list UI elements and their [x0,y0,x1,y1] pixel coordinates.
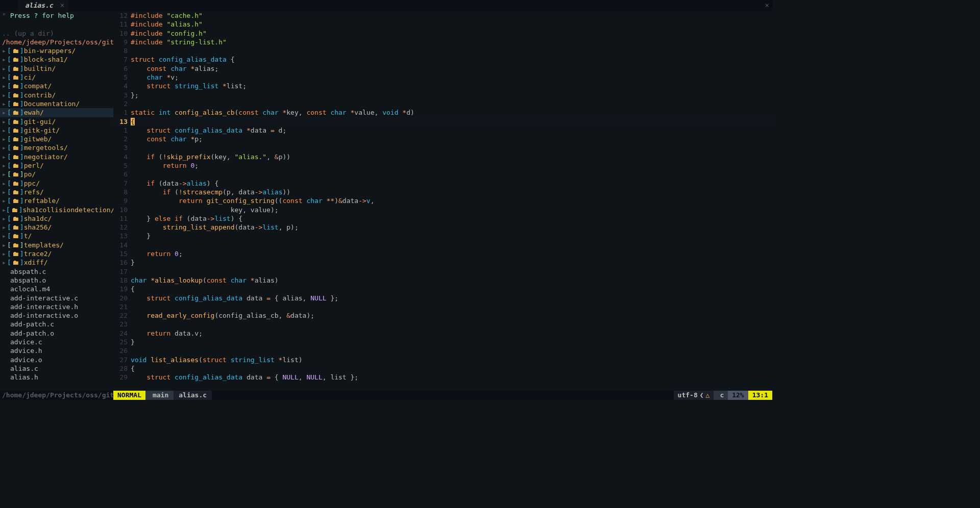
code-line[interactable]: 8 if (!strcasecmp(p, data->alias)) [113,188,772,196]
expand-arrow-icon[interactable]: ▸ [2,223,7,232]
tree-folder[interactable]: ▸ [ 🖿 ]gitweb/ [0,135,113,143]
tree-folder[interactable]: ▸ [ 🖿 ]ewah/ [0,108,113,117]
code-line[interactable]: 6 [113,170,772,179]
expand-arrow-icon[interactable]: ▸ [2,73,7,82]
expand-arrow-icon[interactable]: ▸ [2,206,6,214]
code-line[interactable]: 5 return 0; [113,161,772,170]
code-line[interactable]: 23 [113,320,772,328]
code-line[interactable]: 7struct config_alias_data { [113,55,772,64]
tree-folder[interactable]: ▸ [ 🖿 ]gitk-git/ [0,126,113,135]
expand-arrow-icon[interactable]: ▸ [2,196,7,205]
tree-folder[interactable]: ▸ [ 🖿 ]block-sha1/ [0,55,113,64]
code-line[interactable]: 11 } else if (data->list) { [113,214,772,223]
code-line[interactable]: 25} [113,338,772,346]
code-line[interactable]: 17 [113,267,772,276]
expand-arrow-icon[interactable]: ▸ [2,82,7,90]
code-line[interactable]: 16} [113,258,772,267]
code-line[interactable]: 12#include "cache.h" [113,11,772,20]
code-editor[interactable]: 12#include "cache.h"11#include "alias.h"… [113,11,772,391]
code-line[interactable]: 8 [113,46,772,55]
expand-arrow-icon[interactable]: ▸ [2,108,7,117]
tab-close-icon[interactable]: × [60,1,64,10]
code-line[interactable]: 15 return 0; [113,249,772,258]
tree-file[interactable]: add-patch.c [0,320,113,328]
code-line[interactable]: 1 struct config_alias_data *data = d; [113,126,772,135]
expand-arrow-icon[interactable]: ▸ [2,188,7,196]
code-line[interactable]: 19{ [113,285,772,293]
code-line[interactable]: 27void list_aliases(struct string_list *… [113,355,772,364]
tree-folder[interactable]: ▸ [ 🖿 ]builtin/ [0,64,113,73]
code-line[interactable]: 1static int config_alias_cb(const char *… [113,108,772,117]
tree-folder[interactable]: ▸ [ 🖿 ]po/ [0,170,113,179]
tab-current[interactable]: alias.c × [18,0,68,11]
tree-file[interactable]: aclocal.m4 [0,285,113,293]
expand-arrow-icon[interactable]: ▸ [2,46,7,55]
code-line[interactable]: 2 const char *p; [113,135,772,143]
tree-folder[interactable]: ▸ [ 🖿 ]sha1dc/ [0,214,113,223]
code-line[interactable]: 4 if (!skip_prefix(key, "alias.", &p)) [113,153,772,161]
expand-arrow-icon[interactable]: ▸ [2,170,7,179]
tree-file[interactable]: advice.h [0,346,113,355]
tree-file[interactable]: alias.c [0,364,113,373]
tree-folder[interactable]: ▸ [ 🖿 ]ppc/ [0,179,113,188]
code-line[interactable]: 26 [113,346,772,355]
tree-file[interactable]: advice.o [0,355,113,364]
code-line[interactable]: 9 return git_config_string((const char *… [113,196,772,205]
code-line[interactable]: 10 key, value); [113,206,772,214]
tree-file[interactable]: add-interactive.c [0,294,113,302]
expand-arrow-icon[interactable]: ▸ [2,99,7,108]
up-directory[interactable]: .. (up a dir) [0,29,113,38]
code-line[interactable]: 11#include "alias.h" [113,20,772,29]
code-line[interactable]: 9#include "string-list.h" [113,38,772,46]
expand-arrow-icon[interactable]: ▸ [2,153,7,161]
code-line[interactable]: 3 [113,143,772,152]
tree-folder[interactable]: ▸ [ 🖿 ]trace2/ [0,249,113,258]
code-line[interactable]: 21 [113,302,772,311]
expand-arrow-icon[interactable]: ▸ [2,91,7,99]
code-line[interactable]: 5 char *v; [113,73,772,82]
code-line[interactable]: 29 struct config_alias_data data = { NUL… [113,373,772,382]
expand-arrow-icon[interactable]: ▸ [2,64,7,73]
tree-folder[interactable]: ▸ [ 🖿 ]sha256/ [0,223,113,232]
expand-arrow-icon[interactable]: ▸ [2,249,7,258]
tree-folder[interactable]: ▸ [ 🖿 ]ci/ [0,73,113,82]
code-line[interactable]: 6 const char *alias; [113,64,772,73]
expand-arrow-icon[interactable]: ▸ [2,241,7,249]
tree-folder[interactable]: ▸ [ 🖿 ]reftable/ [0,196,113,205]
tree-folder[interactable]: ▸ [ 🖿 ]compat/ [0,82,113,90]
expand-arrow-icon[interactable]: ▸ [2,143,7,152]
tree-folder[interactable]: ▸ [ 🖿 ]sha1collisiondetection/ [0,206,113,214]
tree-file[interactable]: add-interactive.h [0,302,113,311]
code-line[interactable]: 2 [113,99,772,108]
tree-folder[interactable]: ▸ [ 🖿 ]t/ [0,232,113,240]
code-line[interactable]: 14 [113,241,772,249]
expand-arrow-icon[interactable]: ▸ [2,135,7,143]
code-line[interactable]: 12 string_list_append(data->list, p); [113,223,772,232]
tree-file[interactable]: alias.h [0,373,113,382]
code-line[interactable]: 24 return data.v; [113,329,772,338]
tree-file[interactable]: abspath.o [0,276,113,285]
expand-arrow-icon[interactable]: ▸ [2,179,7,188]
code-line[interactable]: 3}; [113,91,772,99]
tree-folder[interactable]: ▸ [ 🖿 ]xdiff/ [0,258,113,267]
expand-arrow-icon[interactable]: ▸ [2,232,7,240]
tree-file[interactable]: advice.c [0,338,113,346]
expand-arrow-icon[interactable]: ▸ [2,55,7,64]
code-line[interactable]: 22 read_early_config(config_alias_cb, &d… [113,311,772,320]
expand-arrow-icon[interactable]: ▸ [2,258,7,267]
tree-folder[interactable]: ▸ [ 🖿 ]templates/ [0,241,113,249]
tree-folder[interactable]: ▸ [ 🖿 ]Documentation/ [0,99,113,108]
tree-folder[interactable]: ▸ [ 🖿 ]bin-wrappers/ [0,46,113,55]
code-line[interactable]: 10#include "config.h" [113,29,772,38]
file-tree-sidebar[interactable]: " Press ? for help .. (up a dir) /home/j… [0,11,113,391]
tree-folder[interactable]: ▸ [ 🖿 ]mergetools/ [0,143,113,152]
tree-file[interactable]: add-interactive.o [0,311,113,320]
code-line[interactable]: 7 if (data->alias) { [113,179,772,188]
expand-arrow-icon[interactable]: ▸ [2,117,7,126]
expand-arrow-icon[interactable]: ▸ [2,214,7,223]
code-line[interactable]: 28{ [113,364,772,373]
tree-folder[interactable]: ▸ [ 🖿 ]git-gui/ [0,117,113,126]
tree-folder[interactable]: ▸ [ 🖿 ]contrib/ [0,91,113,99]
expand-arrow-icon[interactable]: ▸ [2,161,7,170]
code-line[interactable]: 20 struct config_alias_data data = { ali… [113,294,772,302]
